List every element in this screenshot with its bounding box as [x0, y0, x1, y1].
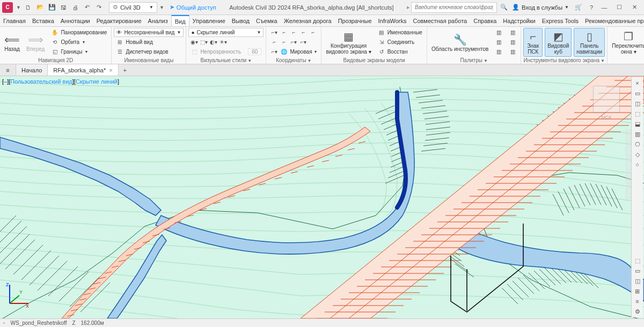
forward-button[interactable]: ⟹Вперед [24, 28, 47, 57]
extents-button[interactable]: ◱Границы▾ [49, 47, 109, 56]
tab-home[interactable]: Главная [0, 15, 29, 26]
edge-icon[interactable]: ⬚▾ [200, 39, 208, 45]
orbit-button[interactable]: ⟲Орбита▾ [49, 38, 109, 47]
tr3-icon[interactable]: ⬚ [632, 109, 643, 118]
viewcube-cube[interactable] [593, 86, 620, 113]
tr5-icon[interactable]: ▥ [632, 129, 643, 139]
tr9-icon[interactable]: ⬚ [632, 256, 643, 265]
tab-express[interactable]: Express Tools [539, 15, 582, 26]
pan-button[interactable]: ✋Панорамирование [49, 28, 109, 37]
plot-icon[interactable]: 🖨 [70, 2, 81, 13]
panel-label-vptools[interactable]: Инструменты видового экрана▼ [523, 57, 605, 64]
app-logo[interactable]: C [2, 2, 13, 13]
tr12-icon[interactable]: ⊞ [632, 286, 643, 296]
vp-config-button[interactable]: ▦Конфигурациявидового экрана ▾ [324, 28, 373, 57]
viewcube-button[interactable]: ◩Видовойкуб [545, 28, 572, 57]
tab-view[interactable]: Вид [171, 15, 189, 26]
tr10-icon[interactable]: ▭ [632, 266, 643, 276]
file-tab-start[interactable]: Начало [16, 64, 48, 76]
tab-output[interactable]: Вывод [229, 15, 253, 26]
switch-windows-button[interactable]: ❐Переключитьокна ▾ [610, 28, 644, 57]
workspace-dropdown[interactable]: ⚙ Civil 3D ▼ [109, 2, 157, 13]
palette5-button[interactable]: ▥ [507, 38, 518, 47]
toolspace-button[interactable]: 🔧Область инструментов [429, 28, 491, 57]
minimize-button[interactable]: — [597, 2, 612, 13]
tr14-icon[interactable]: ⚙ [632, 307, 643, 316]
navbar-button[interactable]: ▯Панельнавигации [574, 28, 605, 57]
tr8-icon[interactable]: ○ [632, 160, 643, 169]
opacity-value[interactable]: 60 [248, 48, 261, 55]
palette3-button[interactable]: ▥ [493, 47, 504, 56]
tab-rail[interactable]: Железная дорога [281, 15, 335, 26]
open-icon[interactable]: 📂 [35, 2, 46, 13]
maximize-button[interactable]: ☐ [612, 2, 627, 13]
palette1-button[interactable]: ▥ [493, 28, 504, 37]
saveas-icon[interactable]: 🖫 [58, 2, 69, 13]
tr-close-icon[interactable]: × [632, 78, 643, 88]
back-button[interactable]: ⟸Назад [2, 28, 22, 57]
tr2-icon[interactable]: ◫ [632, 99, 643, 108]
vp-restore-button[interactable]: ↺Восстан [376, 47, 425, 56]
palette6-button[interactable]: ▥ [507, 47, 518, 56]
vp-join-button[interactable]: ⇲Соединить [376, 38, 425, 47]
panel-label-palettes[interactable]: Палитры▼ [429, 57, 518, 64]
panel-label-coords[interactable]: Координаты▼ [268, 57, 319, 64]
world-label[interactable]: Мировая [290, 49, 312, 55]
globe-icon[interactable]: 🌐 [280, 49, 288, 55]
qat-dropdown-icon[interactable]: ▼ [16, 5, 21, 10]
opacity-icon[interactable]: ⬚ [191, 49, 198, 55]
ucs7-icon[interactable]: ⌐ [280, 39, 288, 45]
panel-label-vstyles[interactable]: Визуальные стили▼ [188, 57, 264, 64]
cart-icon[interactable]: 🛒 [573, 2, 584, 13]
status-layer[interactable]: WS_pond_Reshetnikoff [11, 320, 67, 326]
new-tab-button[interactable]: + [119, 64, 131, 76]
viewcube[interactable]: МСК [588, 80, 625, 123]
tab-analyze[interactable]: Анализ [145, 15, 171, 26]
ucs3-icon[interactable]: ⌐ [290, 29, 297, 35]
tab-modify[interactable]: Редактирование [93, 15, 145, 26]
search-input[interactable] [411, 2, 497, 13]
close-button[interactable]: ✕ [627, 2, 642, 13]
tab-manage[interactable]: Управление [189, 15, 229, 26]
tab-addins[interactable]: Надстройки [500, 15, 538, 26]
close-tab-icon[interactable]: × [109, 67, 112, 73]
help-icon[interactable]: ? [586, 2, 597, 13]
model-viewport[interactable]: [–][Пользовательский вид][Скрытие линий] [0, 76, 644, 318]
visual-style-dropdown[interactable]: ●Скрытие линий▼ [188, 28, 264, 37]
viewport-label[interactable]: [–][Пользовательский вид][Скрытие линий] [2, 78, 119, 85]
ucs2-icon[interactable]: ⌐ [280, 29, 288, 35]
tr7-icon[interactable]: ◇ [632, 150, 643, 159]
tr4-icon[interactable]: ⬓ [632, 119, 643, 129]
ucs10-icon[interactable]: ⌐▾ [270, 49, 278, 55]
save-icon[interactable]: 💾 [47, 2, 57, 13]
qat-dropdown2-icon[interactable]: ▼ [159, 5, 164, 10]
ucs1-icon[interactable]: ⌐▾ [270, 29, 278, 35]
tr6-icon[interactable]: ⎔ [632, 139, 643, 149]
ucs-axis-icon[interactable]: Z X Y [4, 282, 31, 309]
vp-named-button[interactable]: ▤Именованные [376, 28, 425, 37]
light-icon[interactable]: ◐▾ [210, 39, 217, 45]
tab-featured[interactable]: Рекомендованные приложения [582, 15, 644, 26]
tab-survey[interactable]: Съемка [253, 15, 281, 26]
ucs8-icon[interactable]: ⌐▾ [290, 39, 297, 45]
redo-icon[interactable]: ↷ [94, 2, 105, 13]
named-view-dropdown[interactable]: 👁Несохраненный вид▼ [114, 28, 184, 37]
ucs5-icon[interactable]: ⌐ [309, 29, 317, 35]
undo-icon[interactable]: ↶ [82, 2, 93, 13]
new-icon[interactable]: 🗋 [23, 2, 34, 13]
file-tabs-menu-icon[interactable]: ≡ [0, 64, 16, 76]
ucs9-icon[interactable]: ⌐▾ [299, 39, 307, 45]
file-tab-active[interactable]: RFA_sborka_alpha* × [48, 64, 118, 76]
tab-collaborate[interactable]: Совместная работа [410, 15, 471, 26]
viewcube-wcs-label[interactable]: МСК [588, 115, 625, 120]
tab-infraworks[interactable]: InfraWorks [375, 15, 410, 26]
shadow-icon[interactable]: ☀▾ [219, 39, 227, 45]
ucs6-icon[interactable]: ⌐ [270, 39, 278, 45]
tab-insert[interactable]: Вставка [29, 15, 57, 26]
sphere2-icon[interactable]: ◉▾ [191, 39, 198, 45]
tab-annotate[interactable]: Аннотации [57, 15, 93, 26]
signin-button[interactable]: 👤 Вход в службы ▼ [512, 4, 569, 11]
view-manager-button[interactable]: ☰Диспетчер видов [114, 47, 184, 56]
ucs-icon-button[interactable]: ⌐ЗнакПСК [523, 28, 543, 57]
ucs4-icon[interactable]: ⌐ [299, 29, 307, 35]
